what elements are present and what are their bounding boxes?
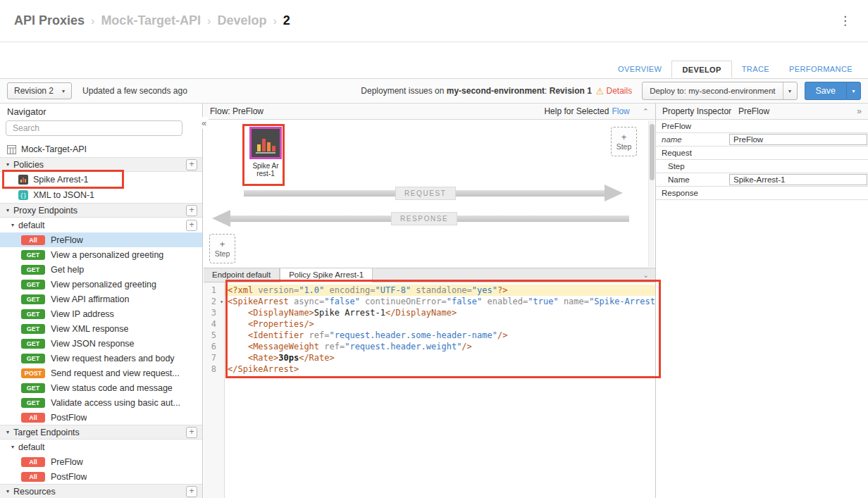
code-editor[interactable]: 12▾345678 <?xml version="1.0" encoding="… <box>204 282 655 498</box>
flow-canvas: Spike Ar rest-1 + Step REQUEST RESPONSE … <box>204 120 655 268</box>
nav-target-flow-preflow[interactable]: All PreFlow <box>0 454 202 469</box>
add-target-endpoint-button[interactable]: + <box>186 427 197 438</box>
search-input[interactable] <box>6 120 182 136</box>
method-badge: GET <box>21 265 45 275</box>
nav-flow-item[interactable]: GET View IP address <box>0 306 202 321</box>
breadcrumb-separator-icon: › <box>207 15 211 27</box>
method-badge: GET <box>21 383 45 393</box>
method-badge: GET <box>21 250 45 260</box>
nav-target-flow-postflow[interactable]: All PostFlow <box>0 469 202 484</box>
spike-arrest-icon <box>18 175 28 185</box>
expand-inspector-icon[interactable]: » <box>857 106 862 116</box>
help-flow-link[interactable]: Flow <box>612 106 629 116</box>
editor-tab-bar: Endpoint default Policy Spike Arrest-1 ⌄ <box>204 268 655 282</box>
chevron-down-icon[interactable]: ▾ <box>6 207 9 213</box>
editor-gutter: 12▾345678 <box>204 282 225 498</box>
add-resource-button[interactable]: + <box>186 486 197 497</box>
tab-trace[interactable]: TRACE <box>732 61 779 78</box>
line-number: 5 <box>204 330 224 341</box>
tab-overview[interactable]: OVERVIEW <box>608 61 671 78</box>
inspector-section-label: PreFlow <box>656 120 868 132</box>
nav-flow-item[interactable]: GET View status code and message <box>0 380 202 395</box>
save-menu-caret-icon[interactable]: ▾ <box>846 82 861 100</box>
nav-policy-spike-arrest[interactable]: Spike Arrest-1 <box>0 172 202 187</box>
details-link[interactable]: Details <box>606 86 632 96</box>
breadcrumb-proxy-name[interactable]: Mock-Target-API <box>101 13 201 28</box>
section-target-endpoints[interactable]: ▾ Target Endpoints + <box>0 425 202 440</box>
section-policies[interactable]: ▾ Policies + <box>0 157 202 172</box>
chevron-down-icon[interactable]: ▾ <box>11 444 14 450</box>
nav-flow-item[interactable]: GET Validate access using basic aut... <box>0 395 202 410</box>
spike-arrest-node[interactable]: Spike Ar rest-1 <box>246 127 285 178</box>
deploy-to-select[interactable]: Deploy to: my-second-environment ▾ <box>642 82 797 100</box>
nav-flow-item[interactable]: GET View API affirmation <box>0 292 202 306</box>
code-line[interactable]: <Rate>30ps</Rate> <box>225 352 655 363</box>
code-line[interactable]: <SpikeArrest async="false" continueOnErr… <box>225 296 655 307</box>
kebab-menu-icon[interactable]: ⋮ <box>839 14 851 28</box>
method-badge: GET <box>21 280 45 290</box>
nav-flow-item[interactable]: GET Get help <box>0 262 202 277</box>
nav-flow-item[interactable]: GET View personalized greeting <box>0 277 202 292</box>
nav-flow-item[interactable]: GET View request headers and body <box>0 351 202 366</box>
chevron-down-icon[interactable]: ▾ <box>6 161 9 168</box>
add-flow-button[interactable]: + <box>186 220 197 231</box>
code-lines[interactable]: <?xml version="1.0" encoding="UTF-8" sta… <box>225 282 655 498</box>
policy-label: Spike Arrest-1 <box>33 175 89 185</box>
tab-policy-spike-arrest[interactable]: Policy Spike Arrest-1 <box>280 268 373 282</box>
collapse-navigator-icon[interactable]: « <box>199 117 209 129</box>
method-badge: GET <box>21 354 45 363</box>
response-lane-label: RESPONSE <box>391 212 457 225</box>
fold-arrow-icon[interactable]: ▾ <box>220 297 223 308</box>
chevron-down-icon[interactable]: ▾ <box>6 429 9 435</box>
tab-develop[interactable]: DEVELOP <box>671 61 731 78</box>
collapse-flow-panel-icon[interactable]: ⌃ <box>643 107 649 116</box>
nav-policy-xml-to-json[interactable]: {} XML to JSON-1 <box>0 187 202 203</box>
method-badge: All <box>21 235 45 245</box>
property-inspector-panel: Property Inspector PreFlow » PreFlow nam… <box>655 104 868 498</box>
step-name-value-input[interactable]: Spike-Arrest-1 <box>729 174 867 185</box>
nav-target-endpoint-default[interactable]: ▾ default <box>0 440 202 454</box>
code-line[interactable]: </SpikeArrest> <box>225 363 655 375</box>
add-step-button-response[interactable]: + Step <box>209 234 235 263</box>
flow-scrollbar[interactable] <box>648 120 655 267</box>
collapse-editor-icon[interactable]: ⌄ <box>643 268 655 282</box>
section-target-endpoints-label: Target Endpoints <box>13 428 182 437</box>
breadcrumb-api-proxies[interactable]: API Proxies <box>14 13 85 28</box>
nav-item-proxy-root[interactable]: Mock-Target-API <box>0 142 202 157</box>
property-name-label: name <box>656 133 728 146</box>
inspector-section-label: Response <box>656 187 868 199</box>
chevron-down-icon[interactable]: ▾ <box>783 82 797 99</box>
node-label: Spike Ar rest-1 <box>246 162 285 178</box>
scrollbar-thumb[interactable] <box>650 124 655 180</box>
tab-performance[interactable]: PERFORMANCE <box>779 61 862 78</box>
code-line[interactable]: <Identifier ref="request.header.some-hea… <box>225 330 655 341</box>
breadcrumb-develop[interactable]: Develop <box>217 13 266 28</box>
proxy-grid-icon <box>7 145 16 154</box>
flow-label: Validate access using basic aut... <box>51 398 180 408</box>
line-number: 6 <box>204 341 224 352</box>
nav-flow-item[interactable]: POST Send request and view request... <box>0 366 202 380</box>
section-resources[interactable]: ▾ Resources + <box>0 484 202 498</box>
tab-endpoint-default[interactable]: Endpoint default <box>204 268 280 282</box>
code-line[interactable]: <MessageWeight ref="request.header.weigh… <box>225 341 655 352</box>
nav-flow-preflow[interactable]: All PreFlow <box>0 232 202 247</box>
add-proxy-endpoint-button[interactable]: + <box>186 205 197 216</box>
revision-select[interactable]: Revision 2 ▾ <box>7 82 72 99</box>
code-line[interactable]: <?xml version="1.0" encoding="UTF-8" sta… <box>225 285 655 296</box>
save-button[interactable]: Save <box>805 82 847 100</box>
add-policy-button[interactable]: + <box>186 159 197 170</box>
chevron-down-icon: ▾ <box>62 88 65 94</box>
nav-flow-item[interactable]: GET View a personalized greeting <box>0 247 202 262</box>
nav-flow-item[interactable]: GET View JSON response <box>0 336 202 351</box>
nav-flow-postflow[interactable]: All PostFlow <box>0 410 202 425</box>
code-line[interactable]: <Properties/> <box>225 318 655 330</box>
code-line[interactable]: <DisplayName>Spike Arrest-1</DisplayName… <box>225 307 655 318</box>
chevron-down-icon[interactable]: ▾ <box>11 222 14 228</box>
property-name-value-input[interactable]: PreFlow <box>729 134 867 145</box>
nav-flow-item[interactable]: GET View XML response <box>0 321 202 336</box>
section-proxy-endpoints[interactable]: ▾ Proxy Endpoints + <box>0 203 202 218</box>
navigator-title: Navigator <box>0 104 202 120</box>
chevron-down-icon[interactable]: ▾ <box>6 488 9 494</box>
add-step-button-request[interactable]: + Step <box>611 127 637 156</box>
nav-proxy-endpoint-default[interactable]: ▾ default + <box>0 218 202 232</box>
